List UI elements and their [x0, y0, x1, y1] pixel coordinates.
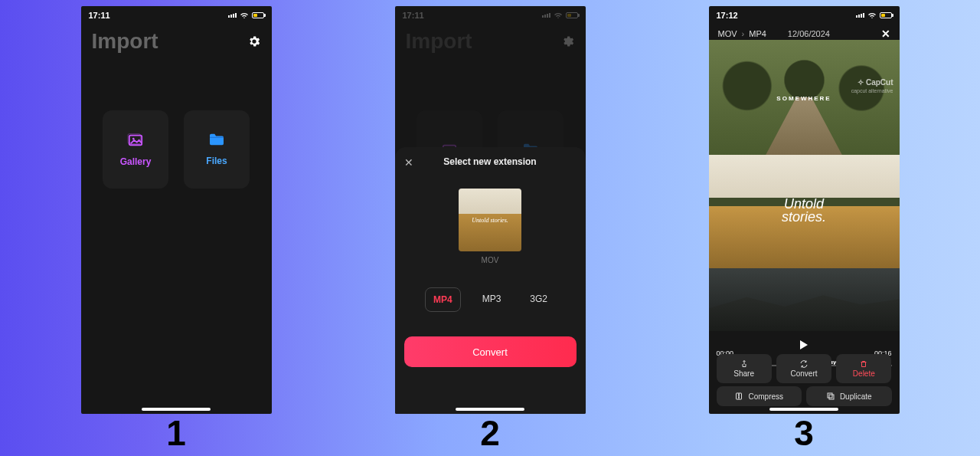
video-preview[interactable]: SOMEWHERE Untoldstories. ✧ CapCut capcut…	[709, 40, 900, 331]
wifi-icon	[867, 12, 877, 19]
step-number: 3	[794, 414, 814, 453]
svg-rect-6	[829, 395, 834, 399]
compress-label: Compress	[748, 392, 783, 401]
convert-button[interactable]: Convert	[776, 354, 831, 383]
video-frame-2: Untoldstories.	[709, 155, 900, 268]
trash-icon	[859, 359, 868, 369]
cellular-icon	[856, 13, 864, 18]
status-right	[856, 12, 892, 19]
wifi-icon	[240, 12, 249, 19]
ext-option-mp3[interactable]: MP3	[475, 287, 509, 312]
thumbnail-caption: Untold stories.	[459, 218, 521, 224]
gallery-button[interactable]: Gallery	[103, 110, 168, 189]
convert-button[interactable]: Convert	[404, 336, 577, 367]
battery-icon	[566, 12, 578, 18]
settings-icon[interactable]	[561, 34, 575, 48]
svg-rect-5	[828, 393, 832, 398]
home-indicator[interactable]	[142, 408, 211, 411]
home-indicator[interactable]	[769, 408, 838, 411]
battery-icon	[252, 12, 264, 18]
delete-button[interactable]: Delete	[836, 354, 891, 383]
extension-sheet: ✕ Select new extension Untold stories. M…	[395, 147, 586, 414]
status-time: 17:12	[717, 11, 738, 20]
breadcrumb: MOV › MP4 12/06/2024	[718, 29, 830, 38]
status-right	[228, 12, 264, 19]
step-number: 2	[480, 414, 500, 453]
file-date: 12/06/2024	[788, 29, 830, 38]
share-icon	[740, 359, 749, 369]
frame2-overlay-text: Untoldstories.	[709, 198, 900, 224]
status-bar: 17:11	[395, 6, 586, 21]
crumb-to: MP4	[749, 29, 766, 38]
cellular-icon	[228, 13, 237, 18]
page-title: Import	[406, 29, 472, 54]
phone-screen-2: 17:11 Import	[395, 6, 586, 414]
play-icon[interactable]	[800, 340, 808, 349]
phone-screen-3: 17:12 MOV › MP4 12/06/2024 ✕ SOME	[709, 6, 900, 414]
share-button[interactable]: Share	[717, 354, 772, 383]
status-bar: 17:11	[81, 6, 272, 21]
status-time: 17:11	[403, 11, 424, 20]
ext-option-mp4[interactable]: MP4	[425, 287, 461, 312]
status-bar: 17:12	[709, 6, 900, 21]
settings-icon[interactable]	[247, 34, 261, 48]
chevron-right-icon: ›	[742, 29, 745, 38]
folder-icon	[208, 133, 225, 146]
status-time: 17:11	[89, 11, 110, 20]
compress-icon	[734, 392, 743, 401]
duplicate-label: Duplicate	[840, 392, 872, 401]
video-thumbnail[interactable]: Untold stories.	[459, 189, 521, 251]
crumb-from: MOV	[718, 29, 737, 38]
frame1-overlay-text: SOMEWHERE	[709, 95, 900, 102]
sheet-title: Select new extension	[443, 156, 536, 167]
duplicate-button[interactable]: Duplicate	[806, 386, 892, 406]
video-frame-1: SOMEWHERE	[709, 40, 900, 155]
close-icon[interactable]: ✕	[404, 156, 413, 169]
close-icon[interactable]: ✕	[881, 28, 890, 40]
phone-screen-1: 17:11 Import Gallery	[81, 6, 272, 414]
page-title: Import	[92, 29, 158, 54]
cellular-icon	[542, 13, 550, 18]
gallery-label: Gallery	[120, 156, 152, 167]
files-button[interactable]: Files	[184, 110, 250, 189]
duplicate-icon	[826, 392, 835, 401]
watermark: ✧ CapCut capcut alternative	[851, 78, 893, 95]
delete-label: Delete	[853, 369, 875, 378]
status-right	[542, 12, 578, 19]
step-number: 1	[166, 414, 186, 453]
battery-icon	[880, 12, 892, 18]
video-frame-3	[709, 268, 900, 331]
compress-button[interactable]: Compress	[717, 386, 802, 406]
gallery-icon	[127, 132, 144, 147]
convert-label: Convert	[790, 369, 817, 378]
home-indicator[interactable]	[456, 408, 524, 411]
files-label: Files	[206, 156, 227, 166]
convert-icon	[799, 359, 808, 369]
convert-button-label: Convert	[472, 346, 508, 358]
wifi-icon	[554, 12, 563, 19]
source-extension-label: MOV	[395, 256, 586, 264]
ext-option-3g2[interactable]: 3G2	[522, 287, 555, 312]
share-label: Share	[733, 369, 754, 378]
